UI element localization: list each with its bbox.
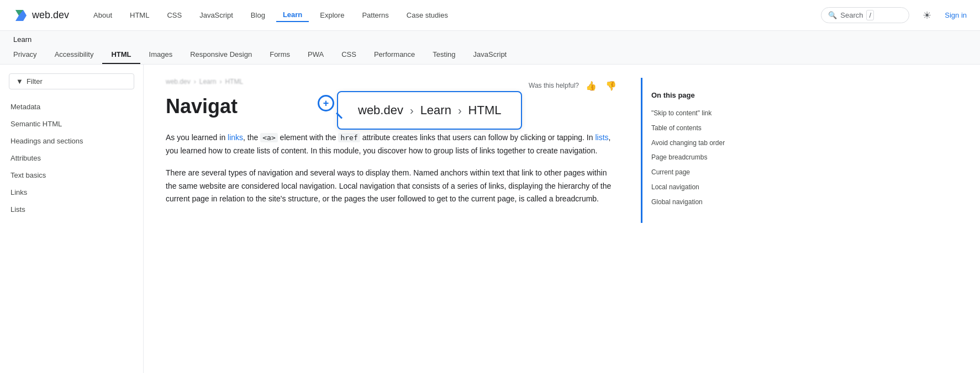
toc-item-current-page[interactable]: Current page <box>651 165 754 180</box>
on-this-page-title: On this page <box>651 91 754 99</box>
tab-css[interactable]: CSS <box>333 46 365 64</box>
sidebar-item-headings[interactable]: Headings and sections <box>0 132 143 150</box>
links-link[interactable]: links <box>228 133 243 142</box>
magnifier-handle <box>336 113 343 119</box>
magnifier-circle: + <box>318 95 334 111</box>
magnifier-icon: + <box>318 95 342 119</box>
tab-images[interactable]: Images <box>140 46 182 64</box>
overlay-webdev: web.dev <box>358 103 403 118</box>
sidebar-item-text-basics[interactable]: Text basics <box>0 167 143 184</box>
top-nav: web.dev About HTML CSS JavaScript Blog L… <box>0 0 980 31</box>
toc-item-breadcrumbs[interactable]: Page breadcrumbs <box>651 150 754 165</box>
sign-in-button[interactable]: Sign in <box>945 11 967 19</box>
sidebar-item-attributes[interactable]: Attributes <box>0 150 143 167</box>
tab-html[interactable]: HTML <box>102 46 140 64</box>
search-icon: 🔍 <box>828 11 837 19</box>
sub-nav-tabs: Privacy Accessibility HTML Images Respon… <box>13 46 967 64</box>
toc-item-local-nav[interactable]: Local navigation <box>651 180 754 195</box>
toc-item-toc[interactable]: Table of contents <box>651 121 754 136</box>
nav-explore[interactable]: Explore <box>313 9 351 22</box>
magnifier-plus-icon: + <box>323 98 329 108</box>
toc-item-global-nav[interactable]: Global navigation <box>651 195 754 210</box>
tab-responsive-design[interactable]: Responsive Design <box>181 46 261 64</box>
nav-javascript[interactable]: JavaScript <box>193 9 240 22</box>
tab-pwa[interactable]: PWA <box>299 46 333 64</box>
filter-label: Filter <box>27 77 43 86</box>
nav-learn[interactable]: Learn <box>276 8 309 22</box>
sub-nav-title: Learn <box>13 31 967 46</box>
thumbs-down-button[interactable]: 👎 <box>603 78 619 93</box>
content-area: web.dev › Learn › HTML Was this helpful?… <box>144 65 641 373</box>
thumbs-up-button[interactable]: 👍 <box>583 78 599 93</box>
sidebar-item-links[interactable]: Links <box>0 184 143 201</box>
search-box[interactable]: 🔍 Search / <box>821 7 909 23</box>
breadcrumb-html: HTML <box>225 78 243 86</box>
overlay-sep-1: › <box>410 104 414 117</box>
content-paragraph-1: As you learned in links, the <a> element… <box>166 131 619 158</box>
nav-html[interactable]: HTML <box>123 9 156 22</box>
left-sidebar: ▼ Filter Metadata Semantic HTML Headings… <box>0 65 144 373</box>
tab-testing[interactable]: Testing <box>424 46 464 64</box>
main-layout: ▼ Filter Metadata Semantic HTML Headings… <box>0 65 980 373</box>
nav-case-studies[interactable]: Case studies <box>400 9 455 22</box>
tab-forms[interactable]: Forms <box>261 46 299 64</box>
sidebar-item-semantic-html[interactable]: Semantic HTML <box>0 115 143 132</box>
top-nav-links: About HTML CSS JavaScript Blog Learn Exp… <box>87 8 821 22</box>
top-nav-right: 🔍 Search / ☀ Sign in <box>821 7 967 24</box>
breadcrumb-overlay: web.dev › Learn › HTML <box>337 91 522 130</box>
helpful-area: Was this helpful? 👍 👎 <box>529 78 619 93</box>
nav-about[interactable]: About <box>87 9 119 22</box>
content-paragraph-2: There are several types of navigation an… <box>166 167 619 206</box>
breadcrumb-sep-1: › <box>194 78 196 86</box>
theme-toggle-button[interactable]: ☀ <box>918 7 936 24</box>
logo-icon <box>13 8 29 23</box>
tab-performance[interactable]: Performance <box>365 46 424 64</box>
sidebar-item-metadata[interactable]: Metadata <box>0 98 143 115</box>
logo[interactable]: web.dev <box>13 8 69 23</box>
search-shortcut: / <box>866 10 874 20</box>
sub-nav: Learn Privacy Accessibility HTML Images … <box>0 31 980 65</box>
tab-javascript[interactable]: JavaScript <box>465 46 516 64</box>
breadcrumb-sep-2: › <box>219 78 222 86</box>
toc-item-tab-order[interactable]: Avoid changing tab order <box>651 136 754 151</box>
nav-css[interactable]: CSS <box>160 9 188 22</box>
right-sidebar: On this page "Skip to content" link Tabl… <box>641 78 762 223</box>
breadcrumb-webdev[interactable]: web.dev <box>166 78 191 86</box>
search-label: Search <box>840 11 863 19</box>
helpful-label: Was this helpful? <box>529 82 579 89</box>
lists-link[interactable]: lists <box>595 133 608 142</box>
filter-button[interactable]: ▼ Filter <box>9 73 134 89</box>
toc-item-skip[interactable]: "Skip to content" link <box>651 106 754 121</box>
sidebar-item-lists[interactable]: Lists <box>0 201 143 218</box>
logo-text: web.dev <box>32 9 69 21</box>
overlay-sep-2: › <box>458 104 462 117</box>
tab-accessibility[interactable]: Accessibility <box>46 46 103 64</box>
tab-privacy[interactable]: Privacy <box>13 46 46 64</box>
overlay-html: HTML <box>468 103 502 118</box>
overlay-learn: Learn <box>420 103 451 118</box>
breadcrumb-learn[interactable]: Learn <box>199 78 217 86</box>
nav-patterns[interactable]: Patterns <box>355 9 395 22</box>
nav-blog[interactable]: Blog <box>244 9 272 22</box>
filter-icon: ▼ <box>16 77 23 86</box>
